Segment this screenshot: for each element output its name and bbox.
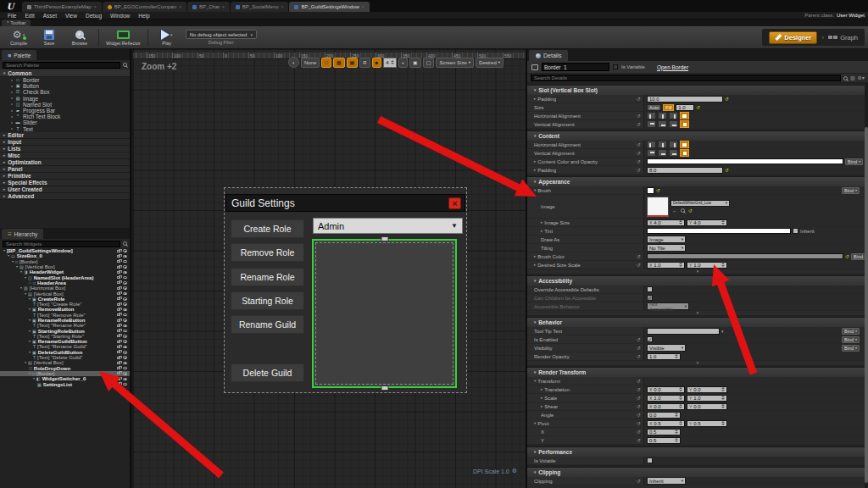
spinner-icon[interactable] <box>720 387 725 391</box>
spinner-icon[interactable] <box>720 396 725 400</box>
reset-arrow-icon[interactable]: ↺ <box>637 263 641 268</box>
valign-button-0[interactable] <box>647 149 656 157</box>
details-section-slot-vertical-box-slot[interactable]: ▾Slot (Vertical Box Slot) <box>527 85 868 95</box>
details-section-clipping[interactable]: ▾Clipping <box>527 467 868 477</box>
designer-mode-button[interactable]: Designer <box>769 31 817 44</box>
visibility-icon[interactable] <box>123 383 127 386</box>
settings-gear-icon[interactable]: ⚙▾ <box>858 75 865 80</box>
visibility-icon[interactable] <box>123 319 127 322</box>
lock-icon[interactable] <box>117 367 120 369</box>
spinner-icon[interactable] <box>673 354 678 358</box>
expander-icon[interactable]: ▾ <box>534 379 536 383</box>
palette-item-check-box[interactable]: ☑Check Box <box>0 89 130 95</box>
lock-icon[interactable] <box>117 292 120 295</box>
is-variable-checkbox[interactable] <box>613 64 618 69</box>
halign-button-2[interactable] <box>669 112 678 119</box>
value-field[interactable]: Y1.0 <box>687 395 727 402</box>
expander-icon[interactable]: ▾ <box>29 371 31 376</box>
asset-tab-bp-chat[interactable]: BP_Chat× <box>187 2 230 12</box>
valign-button-2[interactable] <box>669 120 678 128</box>
palette-tab[interactable]: ◼ Palette <box>2 50 36 60</box>
hierarchy-row-settingslist[interactable]: ▦SettingsList <box>0 381 130 386</box>
expander-icon[interactable]: ▸ <box>534 254 536 258</box>
reset-arrow-icon[interactable]: ↺ <box>637 254 641 259</box>
bind-button[interactable]: Bind▾ <box>842 328 860 335</box>
valign-button-1[interactable] <box>658 120 667 128</box>
value-field[interactable]: Y0.0 <box>687 386 727 393</box>
checkbox[interactable]: ✓ <box>647 336 653 342</box>
resize-handle-bottom[interactable] <box>381 385 388 391</box>
lock-icon[interactable] <box>117 308 120 311</box>
zoom-to-fit-button[interactable]: ▣ <box>409 58 421 68</box>
expander-icon[interactable]: ▸ <box>534 263 536 267</box>
bind-button[interactable]: Bind▾ <box>845 158 863 165</box>
expander-icon[interactable]: ▾ <box>29 329 31 334</box>
valign-button-3[interactable] <box>680 120 689 128</box>
menu-help[interactable]: Help <box>134 13 153 19</box>
lock-icon[interactable] <box>117 260 120 263</box>
dropdown[interactable]: Visible▾ <box>647 344 686 352</box>
asset-tab-bp-socialmenu[interactable]: BP_SocialMenu× <box>231 2 289 12</box>
palette-category-user-created[interactable]: ▸User Created <box>0 186 130 193</box>
lock-icon[interactable] <box>117 362 120 364</box>
toolbar-tab[interactable]: * Toolbar <box>2 19 31 26</box>
reset-arrow-icon[interactable]: ↺ <box>637 159 641 164</box>
use-selected-asset-icon[interactable]: ← <box>672 208 677 214</box>
visibility-icon[interactable] <box>123 281 127 285</box>
visibility-icon[interactable] <box>123 351 127 354</box>
debug-object-select[interactable]: No debug object selected▾ <box>186 30 257 39</box>
spinner-icon[interactable] <box>720 220 725 225</box>
bind-button[interactable]: Bind▾ <box>842 345 860 352</box>
asset-tab-bp-guildsettingswindow[interactable]: BP_GuildSettingsWindow× <box>289 2 369 12</box>
value-field[interactable]: 8.0 <box>647 167 723 174</box>
reset-arrow-icon[interactable]: ↺ <box>637 387 641 392</box>
preview-button-create-role[interactable]: Create Role <box>231 219 304 238</box>
designer-canvas[interactable]: 1501005005010015020025030035040045050055… <box>133 49 526 488</box>
dropdown[interactable]: Inherit▾ <box>647 477 686 485</box>
hierarchy-search-input[interactable] <box>3 241 120 247</box>
reset-arrow-icon[interactable]: ↺ <box>637 354 641 359</box>
visibility-icon[interactable] <box>123 286 127 290</box>
preview-button-starting-role[interactable]: Starting Role <box>231 291 304 310</box>
palette-item-named-slot[interactable]: ◫Named Slot <box>0 102 130 108</box>
expander-icon[interactable]: ▷ <box>29 280 31 286</box>
lock-icon[interactable] <box>117 372 120 374</box>
valign-button-2[interactable] <box>669 149 678 157</box>
outline-toggle-button[interactable]: ■ <box>372 58 382 68</box>
role-dropdown[interactable]: Admin ▼ <box>313 218 463 234</box>
lock-icon[interactable] <box>117 341 120 343</box>
lock-icon[interactable] <box>117 297 120 300</box>
halign-button-2[interactable] <box>669 141 678 148</box>
menu-view[interactable]: View <box>61 13 81 19</box>
reset-arrow-icon[interactable]: ↺ <box>637 438 641 443</box>
reset-arrow-icon[interactable]: ↺ <box>637 430 641 435</box>
expander-icon[interactable]: ▾ <box>33 376 35 381</box>
value-field[interactable] <box>647 328 720 335</box>
lock-icon[interactable] <box>117 276 120 279</box>
lock-icon[interactable] <box>117 266 120 269</box>
expander-icon[interactable]: ▾ <box>25 291 26 297</box>
menu-edit[interactable]: Edit <box>20 13 38 19</box>
browse-button[interactable]: Browse <box>68 29 92 46</box>
lock-icon[interactable] <box>117 351 120 353</box>
expander-icon[interactable]: ▾ <box>20 286 22 291</box>
bind-button[interactable]: Bind▾ <box>842 336 860 343</box>
hierarchy-tab[interactable]: ☰ Hierarchy <box>2 229 43 239</box>
palette-category-common[interactable]: ▾Common <box>0 69 130 77</box>
halign-button-0[interactable] <box>647 112 656 119</box>
reset-arrow-icon[interactable]: ↺ <box>637 151 641 156</box>
spinner-icon[interactable] <box>673 413 678 417</box>
checkbox[interactable] <box>647 286 653 292</box>
reset-arrow-icon[interactable]: ↺ <box>637 346 641 351</box>
palette-item-button[interactable]: ▣Button <box>0 83 130 89</box>
expander-icon[interactable]: ▾ <box>12 259 14 264</box>
palette-item-image[interactable]: ▨Image <box>0 96 130 102</box>
graph-mode-button[interactable]: Graph <box>828 34 858 42</box>
visibility-icon[interactable] <box>123 255 127 258</box>
reset-to-default-icon[interactable]: ↺ <box>725 168 729 173</box>
visibility-icon[interactable] <box>123 378 127 381</box>
visibility-icon[interactable] <box>123 335 127 338</box>
expander-icon[interactable]: ▸ <box>534 159 536 164</box>
visibility-icon[interactable] <box>123 260 127 263</box>
tint-color-bar[interactable] <box>647 228 791 234</box>
